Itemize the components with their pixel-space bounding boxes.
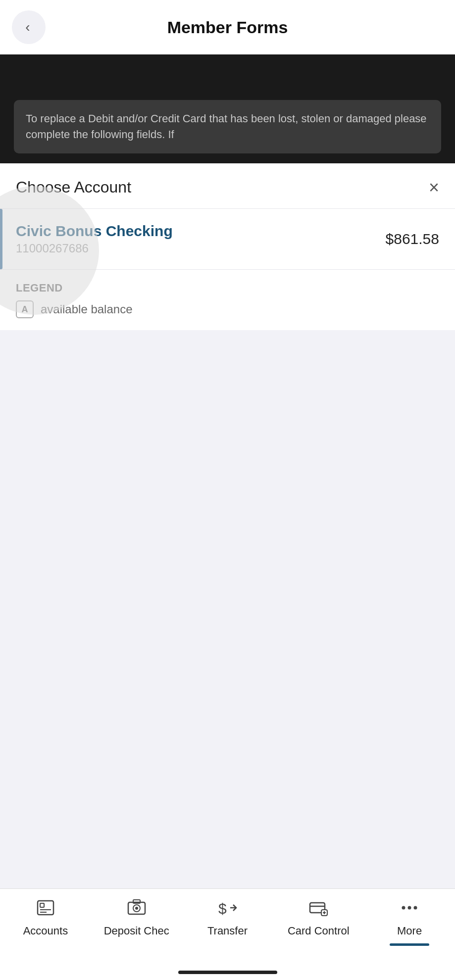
account-info: Civic Bonus Checking 11000267686 <box>16 223 173 255</box>
nav-item-card-control[interactable]: Card Control <box>273 898 364 937</box>
account-name: Civic Bonus Checking <box>16 223 173 240</box>
home-indicator <box>178 971 277 974</box>
nav-item-more[interactable]: More <box>364 898 455 946</box>
more-icon <box>400 898 419 921</box>
choose-account-modal: Choose Account × Civic Bonus Checking 11… <box>0 163 455 330</box>
bottom-nav: Accounts Deposit Chec $ Transfer <box>0 888 455 980</box>
svg-point-16 <box>408 906 411 910</box>
svg-text:$: $ <box>218 900 227 917</box>
card-control-icon <box>308 898 328 921</box>
back-button[interactable]: ‹ <box>12 10 46 44</box>
page-title: Member Forms <box>167 18 288 37</box>
svg-point-6 <box>135 907 138 910</box>
account-selected-indicator <box>0 209 2 269</box>
header: ‹ Member Forms <box>0 0 455 54</box>
modal-close-button[interactable]: × <box>429 179 439 196</box>
back-chevron-icon: ‹ <box>25 19 30 35</box>
nav-label-deposit: Deposit Chec <box>104 925 169 937</box>
svg-rect-1 <box>40 903 44 907</box>
nav-item-accounts[interactable]: Accounts <box>0 898 91 937</box>
more-active-indicator <box>390 943 429 946</box>
accounts-icon <box>36 898 55 921</box>
dark-banner: To replace a Debit and/or Credit Card th… <box>0 54 455 163</box>
modal-title: Choose Account <box>16 178 131 196</box>
nav-label-card-control: Card Control <box>288 925 350 937</box>
available-balance-icon: A <box>16 300 34 318</box>
svg-point-17 <box>414 906 417 910</box>
nav-label-accounts: Accounts <box>23 925 68 937</box>
legend-item: A available balance <box>16 300 439 318</box>
account-number: 11000267686 <box>16 242 173 255</box>
content-area <box>0 386 455 903</box>
close-icon: × <box>429 177 439 197</box>
legend-label: LEGEND <box>16 282 439 294</box>
banner-text: To replace a Debit and/or Credit Card th… <box>26 112 427 141</box>
legend-item-text: available balance <box>41 302 132 316</box>
svg-point-15 <box>402 906 405 910</box>
nav-label-transfer: Transfer <box>207 925 248 937</box>
legend-section: LEGEND A available balance <box>0 270 455 330</box>
nav-item-transfer[interactable]: $ Transfer <box>182 898 273 937</box>
account-item[interactable]: Civic Bonus Checking 11000267686 $861.58 <box>0 209 455 270</box>
nav-item-deposit[interactable]: Deposit Chec <box>91 898 182 937</box>
modal-header: Choose Account × <box>0 163 455 209</box>
nav-label-more: More <box>397 925 422 937</box>
banner-text-box: To replace a Debit and/or Credit Card th… <box>14 100 441 153</box>
account-balance: $861.58 <box>386 231 439 247</box>
transfer-icon: $ <box>217 898 237 921</box>
deposit-icon <box>127 898 147 921</box>
